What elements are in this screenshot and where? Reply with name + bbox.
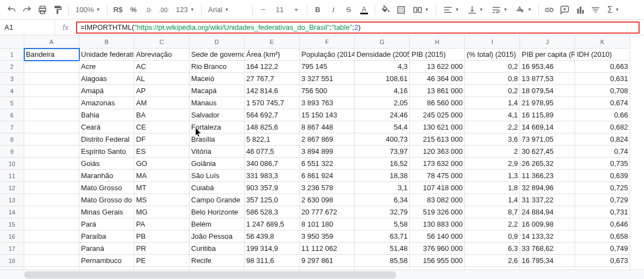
horizontal-scrollbar[interactable] xyxy=(0,270,644,279)
cell[interactable]: 11 112 062 xyxy=(300,243,355,255)
cell[interactable]: Campo Grande xyxy=(190,194,245,206)
cell[interactable]: 142 814,6 xyxy=(245,85,300,97)
cell[interactable]: ES xyxy=(134,146,190,158)
column-header-J[interactable]: J xyxy=(520,35,575,49)
cell[interactable]: Mato Grosso xyxy=(79,182,134,194)
cell[interactable]: Espírito Santo xyxy=(79,146,134,158)
cell[interactable]: 376 960 000 xyxy=(410,243,465,255)
cell[interactable]: Minas Gerais xyxy=(79,206,134,218)
cell[interactable]: 130 883 000 xyxy=(410,218,465,230)
cell[interactable]: 15 150 143 xyxy=(300,109,355,121)
cell[interactable] xyxy=(24,194,79,206)
cell[interactable]: 98 311,6 xyxy=(245,255,300,267)
column-header-A[interactable]: A xyxy=(24,35,79,49)
cell[interactable]: Bahia xyxy=(79,109,134,121)
cell[interactable]: PB xyxy=(134,230,190,243)
cell[interactable] xyxy=(24,170,79,182)
vertical-align-button[interactable]: ▼ xyxy=(464,3,487,17)
cell[interactable]: 6 861 924 xyxy=(300,170,355,182)
cell[interactable]: Fortaleza xyxy=(190,121,245,133)
cell[interactable]: Abreviação xyxy=(134,49,190,61)
font-dropdown[interactable]: Arial▼ xyxy=(205,3,249,17)
cell[interactable]: 0,658 xyxy=(575,230,630,243)
cell[interactable]: 14 133,32 xyxy=(520,230,575,243)
cell[interactable]: 1,4 xyxy=(465,194,520,206)
row-header-15[interactable]: 15 xyxy=(0,218,24,230)
cell[interactable]: 8 867 448 xyxy=(300,121,355,133)
cell[interactable]: 107 418 000 xyxy=(410,182,465,194)
cell[interactable]: 6,34 xyxy=(355,194,410,206)
cell[interactable]: 0,2 xyxy=(465,85,520,97)
cell[interactable]: 3 236 578 xyxy=(300,182,355,194)
cell[interactable]: 4,3 xyxy=(355,61,410,73)
fill-color-button[interactable] xyxy=(378,3,393,17)
cell[interactable]: 13 861 000 xyxy=(410,85,465,97)
cell[interactable]: 1 570 745,7 xyxy=(245,97,300,109)
cell[interactable]: Paraná xyxy=(79,243,134,255)
cell[interactable]: 16 953,46 xyxy=(520,61,575,73)
cell[interactable]: 0,9 xyxy=(465,230,520,243)
cell[interactable]: 2,05 xyxy=(355,97,410,109)
cell[interactable]: 3 894 899 xyxy=(300,146,355,158)
cell[interactable]: Densidade (2005 xyxy=(355,49,410,61)
cell[interactable]: MS xyxy=(134,194,190,206)
cell[interactable]: 33 768,62 xyxy=(520,243,575,255)
cell[interactable]: Manaus xyxy=(190,97,245,109)
cell[interactable] xyxy=(24,255,79,267)
cell[interactable]: 11 366,23 xyxy=(520,170,575,182)
cell[interactable]: 3,1 xyxy=(355,182,410,194)
cell[interactable]: Cuiabá xyxy=(190,182,245,194)
cell[interactable]: 164 122,2 xyxy=(245,61,300,73)
column-header-K[interactable]: K xyxy=(575,35,630,49)
cell[interactable]: Paraíba xyxy=(79,230,134,243)
row-header-5[interactable]: 5 xyxy=(0,97,24,109)
cell[interactable]: 85,58 xyxy=(355,255,410,267)
row-header-6[interactable]: 6 xyxy=(0,109,24,121)
cell[interactable]: 173 632 000 xyxy=(410,158,465,170)
cell[interactable]: Amapá xyxy=(79,85,134,97)
cell[interactable]: (% total) (2015) xyxy=(465,49,520,61)
row-header-17[interactable]: 17 xyxy=(0,243,24,255)
cell[interactable]: 0,631 xyxy=(575,73,630,85)
cell[interactable] xyxy=(24,182,79,194)
active-cell[interactable]: Bandeira xyxy=(24,49,79,61)
cell[interactable]: 2,6 xyxy=(465,255,520,267)
cell[interactable]: AM xyxy=(134,97,190,109)
font-size-input[interactable]: 11 xyxy=(272,3,288,17)
cell[interactable]: 73 971,05 xyxy=(520,133,575,146)
redo-button[interactable] xyxy=(20,3,34,17)
paint-format-button[interactable] xyxy=(51,3,65,17)
row-header-4[interactable]: 4 xyxy=(0,85,24,97)
cell[interactable]: 78 475 000 xyxy=(410,170,465,182)
cell[interactable]: 215 613 000 xyxy=(410,133,465,146)
zoom-dropdown[interactable]: 100%▼ xyxy=(72,3,104,17)
cell[interactable]: 13 877,53 xyxy=(520,73,575,85)
row-header-7[interactable]: 7 xyxy=(0,121,24,133)
cell[interactable]: 86 560 000 xyxy=(410,97,465,109)
font-size-decrease[interactable]: − xyxy=(256,3,270,17)
cell[interactable] xyxy=(24,61,79,73)
cell[interactable]: 0,824 xyxy=(575,133,630,146)
cell[interactable]: 54,4 xyxy=(355,121,410,133)
cell[interactable]: 148 825,6 xyxy=(245,121,300,133)
cell[interactable]: 0,639 xyxy=(575,170,630,182)
cell[interactable]: 0,708 xyxy=(575,85,630,97)
cell[interactable] xyxy=(24,73,79,85)
strikethrough-button[interactable]: S xyxy=(342,3,356,17)
cell[interactable]: Mato Grosso do xyxy=(79,194,134,206)
cell[interactable]: MA xyxy=(134,170,190,182)
cell[interactable]: 400,73 xyxy=(355,133,410,146)
cell[interactable]: 83 082 000 xyxy=(410,194,465,206)
cell[interactable]: 4,1 xyxy=(465,109,520,121)
cell[interactable] xyxy=(24,97,79,109)
cell[interactable]: IDH (2010) xyxy=(575,49,630,61)
cell[interactable]: Maceió xyxy=(190,73,245,85)
undo-button[interactable] xyxy=(4,3,19,17)
cell[interactable]: Distrito Federal xyxy=(79,133,134,146)
cell[interactable]: 16,52 xyxy=(355,158,410,170)
cell[interactable]: 0,731 xyxy=(575,206,630,218)
cell[interactable]: 2 867 869 xyxy=(300,133,355,146)
cell[interactable]: 16 795,34 xyxy=(520,255,575,267)
cell[interactable]: Goiânia xyxy=(190,158,245,170)
cell[interactable]: 51,48 xyxy=(355,243,410,255)
